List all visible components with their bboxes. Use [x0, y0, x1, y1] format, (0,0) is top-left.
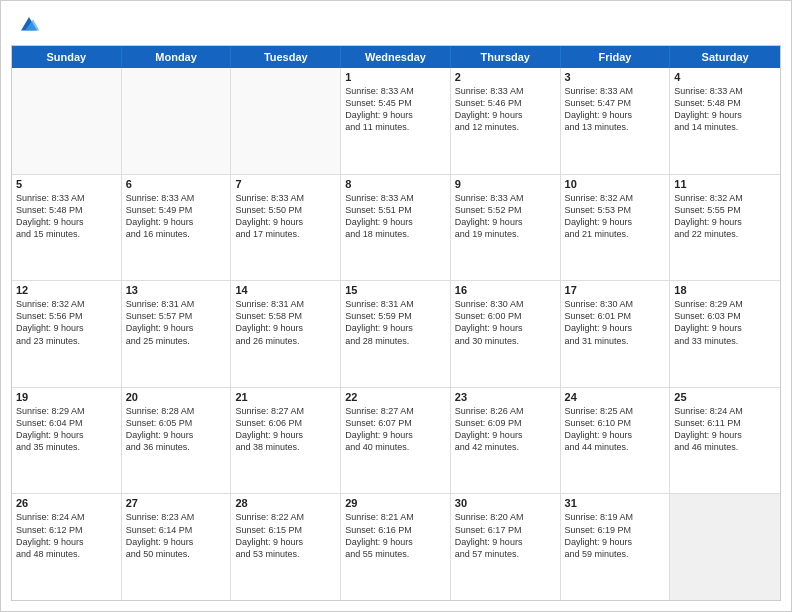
cal-day-24: 24Sunrise: 8:25 AMSunset: 6:10 PMDayligh…	[561, 388, 671, 494]
day-info: Sunrise: 8:33 AMSunset: 5:48 PMDaylight:…	[674, 85, 776, 134]
cal-day-31: 31Sunrise: 8:19 AMSunset: 6:19 PMDayligh…	[561, 494, 671, 600]
day-info: Sunrise: 8:32 AMSunset: 5:53 PMDaylight:…	[565, 192, 666, 241]
day-info: Sunrise: 8:22 AMSunset: 6:15 PMDaylight:…	[235, 511, 336, 560]
day-info: Sunrise: 8:32 AMSunset: 5:56 PMDaylight:…	[16, 298, 117, 347]
day-info: Sunrise: 8:33 AMSunset: 5:46 PMDaylight:…	[455, 85, 556, 134]
day-info: Sunrise: 8:25 AMSunset: 6:10 PMDaylight:…	[565, 405, 666, 454]
weekday-header-tuesday: Tuesday	[231, 46, 341, 68]
cal-day-2: 2Sunrise: 8:33 AMSunset: 5:46 PMDaylight…	[451, 68, 561, 174]
cal-day-14: 14Sunrise: 8:31 AMSunset: 5:58 PMDayligh…	[231, 281, 341, 387]
day-info: Sunrise: 8:29 AMSunset: 6:04 PMDaylight:…	[16, 405, 117, 454]
day-info: Sunrise: 8:30 AMSunset: 6:01 PMDaylight:…	[565, 298, 666, 347]
day-info: Sunrise: 8:28 AMSunset: 6:05 PMDaylight:…	[126, 405, 227, 454]
day-info: Sunrise: 8:33 AMSunset: 5:52 PMDaylight:…	[455, 192, 556, 241]
day-number: 18	[674, 284, 776, 296]
cal-day-26: 26Sunrise: 8:24 AMSunset: 6:12 PMDayligh…	[12, 494, 122, 600]
logo-icon	[17, 13, 41, 37]
cal-empty-cell	[122, 68, 232, 174]
day-number: 7	[235, 178, 336, 190]
day-info: Sunrise: 8:31 AMSunset: 5:57 PMDaylight:…	[126, 298, 227, 347]
day-number: 13	[126, 284, 227, 296]
day-number: 22	[345, 391, 446, 403]
cal-empty-cell	[12, 68, 122, 174]
day-number: 30	[455, 497, 556, 509]
day-number: 15	[345, 284, 446, 296]
calendar-body: 1Sunrise: 8:33 AMSunset: 5:45 PMDaylight…	[12, 68, 780, 600]
weekday-header-wednesday: Wednesday	[341, 46, 451, 68]
logo	[17, 13, 45, 37]
cal-day-19: 19Sunrise: 8:29 AMSunset: 6:04 PMDayligh…	[12, 388, 122, 494]
weekday-header-friday: Friday	[561, 46, 671, 68]
day-number: 19	[16, 391, 117, 403]
day-number: 31	[565, 497, 666, 509]
day-info: Sunrise: 8:27 AMSunset: 6:07 PMDaylight:…	[345, 405, 446, 454]
cal-day-23: 23Sunrise: 8:26 AMSunset: 6:09 PMDayligh…	[451, 388, 561, 494]
calendar-row-3: 19Sunrise: 8:29 AMSunset: 6:04 PMDayligh…	[12, 388, 780, 495]
day-info: Sunrise: 8:33 AMSunset: 5:51 PMDaylight:…	[345, 192, 446, 241]
day-info: Sunrise: 8:33 AMSunset: 5:47 PMDaylight:…	[565, 85, 666, 134]
cal-day-12: 12Sunrise: 8:32 AMSunset: 5:56 PMDayligh…	[12, 281, 122, 387]
cal-day-18: 18Sunrise: 8:29 AMSunset: 6:03 PMDayligh…	[670, 281, 780, 387]
day-number: 16	[455, 284, 556, 296]
day-number: 8	[345, 178, 446, 190]
cal-day-25: 25Sunrise: 8:24 AMSunset: 6:11 PMDayligh…	[670, 388, 780, 494]
day-number: 26	[16, 497, 117, 509]
day-number: 12	[16, 284, 117, 296]
day-info: Sunrise: 8:24 AMSunset: 6:12 PMDaylight:…	[16, 511, 117, 560]
cal-day-20: 20Sunrise: 8:28 AMSunset: 6:05 PMDayligh…	[122, 388, 232, 494]
day-number: 29	[345, 497, 446, 509]
calendar: SundayMondayTuesdayWednesdayThursdayFrid…	[11, 45, 781, 601]
weekday-header-saturday: Saturday	[670, 46, 780, 68]
day-info: Sunrise: 8:21 AMSunset: 6:16 PMDaylight:…	[345, 511, 446, 560]
calendar-row-4: 26Sunrise: 8:24 AMSunset: 6:12 PMDayligh…	[12, 494, 780, 600]
day-info: Sunrise: 8:33 AMSunset: 5:50 PMDaylight:…	[235, 192, 336, 241]
day-info: Sunrise: 8:24 AMSunset: 6:11 PMDaylight:…	[674, 405, 776, 454]
day-number: 23	[455, 391, 556, 403]
cal-day-17: 17Sunrise: 8:30 AMSunset: 6:01 PMDayligh…	[561, 281, 671, 387]
cal-day-7: 7Sunrise: 8:33 AMSunset: 5:50 PMDaylight…	[231, 175, 341, 281]
header	[1, 1, 791, 45]
day-info: Sunrise: 8:29 AMSunset: 6:03 PMDaylight:…	[674, 298, 776, 347]
calendar-row-2: 12Sunrise: 8:32 AMSunset: 5:56 PMDayligh…	[12, 281, 780, 388]
cal-day-1: 1Sunrise: 8:33 AMSunset: 5:45 PMDaylight…	[341, 68, 451, 174]
cal-day-22: 22Sunrise: 8:27 AMSunset: 6:07 PMDayligh…	[341, 388, 451, 494]
weekday-header-sunday: Sunday	[12, 46, 122, 68]
day-info: Sunrise: 8:32 AMSunset: 5:55 PMDaylight:…	[674, 192, 776, 241]
cal-empty-cell	[670, 494, 780, 600]
day-number: 24	[565, 391, 666, 403]
day-info: Sunrise: 8:23 AMSunset: 6:14 PMDaylight:…	[126, 511, 227, 560]
day-info: Sunrise: 8:20 AMSunset: 6:17 PMDaylight:…	[455, 511, 556, 560]
day-number: 9	[455, 178, 556, 190]
day-info: Sunrise: 8:19 AMSunset: 6:19 PMDaylight:…	[565, 511, 666, 560]
day-info: Sunrise: 8:31 AMSunset: 5:59 PMDaylight:…	[345, 298, 446, 347]
calendar-row-1: 5Sunrise: 8:33 AMSunset: 5:48 PMDaylight…	[12, 175, 780, 282]
day-number: 1	[345, 71, 446, 83]
day-info: Sunrise: 8:33 AMSunset: 5:45 PMDaylight:…	[345, 85, 446, 134]
day-number: 6	[126, 178, 227, 190]
day-number: 5	[16, 178, 117, 190]
cal-day-10: 10Sunrise: 8:32 AMSunset: 5:53 PMDayligh…	[561, 175, 671, 281]
day-number: 4	[674, 71, 776, 83]
day-info: Sunrise: 8:26 AMSunset: 6:09 PMDaylight:…	[455, 405, 556, 454]
day-info: Sunrise: 8:27 AMSunset: 6:06 PMDaylight:…	[235, 405, 336, 454]
cal-day-27: 27Sunrise: 8:23 AMSunset: 6:14 PMDayligh…	[122, 494, 232, 600]
day-number: 25	[674, 391, 776, 403]
cal-day-16: 16Sunrise: 8:30 AMSunset: 6:00 PMDayligh…	[451, 281, 561, 387]
calendar-header: SundayMondayTuesdayWednesdayThursdayFrid…	[12, 46, 780, 68]
cal-day-5: 5Sunrise: 8:33 AMSunset: 5:48 PMDaylight…	[12, 175, 122, 281]
day-number: 3	[565, 71, 666, 83]
day-number: 2	[455, 71, 556, 83]
day-number: 28	[235, 497, 336, 509]
cal-day-6: 6Sunrise: 8:33 AMSunset: 5:49 PMDaylight…	[122, 175, 232, 281]
day-number: 21	[235, 391, 336, 403]
weekday-header-monday: Monday	[122, 46, 232, 68]
cal-day-29: 29Sunrise: 8:21 AMSunset: 6:16 PMDayligh…	[341, 494, 451, 600]
cal-day-9: 9Sunrise: 8:33 AMSunset: 5:52 PMDaylight…	[451, 175, 561, 281]
day-number: 17	[565, 284, 666, 296]
cal-day-28: 28Sunrise: 8:22 AMSunset: 6:15 PMDayligh…	[231, 494, 341, 600]
cal-day-21: 21Sunrise: 8:27 AMSunset: 6:06 PMDayligh…	[231, 388, 341, 494]
day-number: 11	[674, 178, 776, 190]
cal-day-8: 8Sunrise: 8:33 AMSunset: 5:51 PMDaylight…	[341, 175, 451, 281]
day-info: Sunrise: 8:33 AMSunset: 5:48 PMDaylight:…	[16, 192, 117, 241]
day-number: 27	[126, 497, 227, 509]
